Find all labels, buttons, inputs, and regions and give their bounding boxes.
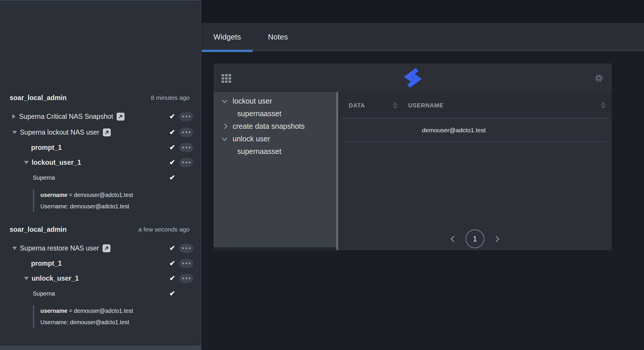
panel-scrollbar-track[interactable] [0, 346, 201, 350]
block-row[interactable]: prompt_1 ✔ [0, 256, 201, 271]
external-link-icon[interactable] [103, 128, 111, 136]
block-row[interactable]: prompt_1 ✔ [0, 140, 201, 155]
tree-item[interactable]: supernaasset [214, 107, 336, 120]
widget-tree-panel: lockout user supernaasset create data sn… [214, 92, 336, 250]
row-divider [343, 141, 607, 142]
chevron-down-icon[interactable] [222, 135, 227, 140]
app-row[interactable]: Superna ✔ [0, 170, 201, 185]
chevron-down-icon[interactable] [222, 97, 227, 103]
tree-item-label: lockout user [233, 97, 272, 105]
tree-item-label: unlock user [233, 135, 270, 143]
param-value: = demouser@adcto1.test [67, 308, 133, 314]
expander-expanded-icon[interactable] [24, 161, 29, 164]
block-label: prompt_1 [31, 144, 62, 152]
success-check-icon: ✔ [169, 274, 175, 282]
tree-item-label: supernaasset [237, 109, 281, 118]
previous-page-chevron-icon[interactable] [451, 236, 457, 242]
chevron-right-icon[interactable] [222, 123, 227, 129]
result-param-line: username = demouser@adcto1.test [40, 189, 201, 201]
result-param-line: username = demouser@adcto1.test [40, 305, 201, 317]
expander-collapsed-icon[interactable] [12, 114, 16, 119]
run-block: soar_local_admin a few seconds ago Super… [0, 224, 201, 328]
app-row[interactable]: Superna ✔ [0, 286, 201, 301]
run-user: soar_local_admin [10, 94, 67, 102]
row-menu-button[interactable] [179, 112, 193, 121]
block-label: prompt_1 [31, 260, 62, 267]
table-header-row: DATA USERNAME [338, 92, 612, 119]
external-link-icon[interactable] [103, 244, 110, 252]
app-label: Superna [33, 174, 55, 181]
execution-log-panel: soar_local_admin 8 minutes ago Superna C… [0, 0, 201, 350]
result-output-line: Username: demouser@adcto1.test [40, 317, 201, 328]
pagination: 1 [338, 229, 612, 248]
username-cell: demouser@adcto1.test [417, 119, 490, 142]
tree-item[interactable]: create data snapshots [214, 120, 336, 133]
block-row[interactable]: lockout_user_1 ✔ [0, 155, 201, 170]
column-header-data[interactable]: DATA [349, 102, 393, 109]
success-check-icon: ✔ [169, 289, 175, 298]
run-header: soar_local_admin a few seconds ago [0, 224, 201, 234]
tab-notes-label: Notes [268, 32, 288, 42]
tree-item[interactable]: supernaasset [214, 145, 336, 158]
expander-expanded-icon[interactable] [24, 277, 29, 280]
run-timestamp: 8 minutes ago [151, 94, 190, 101]
row-menu-button[interactable] [179, 143, 193, 152]
widget-settings-gear-icon[interactable] [594, 73, 604, 84]
run-user: soar_local_admin [10, 226, 67, 234]
expander-expanded-icon[interactable] [12, 247, 17, 250]
param-key: username [40, 308, 67, 314]
widget-header [214, 64, 612, 92]
widget-table: DATA USERNAME demouser@adcto1.test 1 [338, 92, 612, 250]
playbook-label: Superna restore NAS user [20, 244, 99, 252]
success-check-icon: ✔ [169, 244, 175, 252]
tab-bar: Widgets Notes [202, 23, 644, 51]
playbook-row[interactable]: Superna Critical NAS Snapshot ✔ [0, 109, 201, 124]
tab-notes[interactable]: Notes [253, 23, 303, 51]
tree-item[interactable]: lockout user [214, 95, 336, 107]
next-page-chevron-icon[interactable] [493, 236, 499, 242]
tree-item-label: supernaasset [237, 147, 281, 156]
playbook-row[interactable]: Superna lockout NAS user ✔ [0, 124, 201, 140]
tree-item[interactable]: unlock user [214, 133, 336, 145]
column-header-username[interactable]: USERNAME [408, 102, 444, 109]
result-detail-block: username = demouser@adcto1.test Username… [33, 189, 201, 212]
param-key: username [40, 192, 67, 198]
success-check-icon: ✔ [169, 174, 175, 182]
row-menu-button[interactable] [179, 274, 193, 283]
playbook-label: Superna lockout NAS user [20, 128, 99, 136]
run-timestamp: a few seconds ago [138, 226, 190, 233]
result-output-line: Username: demouser@adcto1.test [40, 201, 201, 212]
block-label: lockout_user_1 [32, 159, 81, 167]
success-check-icon: ✔ [169, 112, 175, 121]
tree-item-label: create data snapshots [233, 122, 305, 131]
tab-widgets-label: Widgets [214, 32, 241, 42]
row-menu-button[interactable] [179, 158, 193, 167]
table-row[interactable]: demouser@adcto1.test [338, 119, 612, 142]
row-menu-button[interactable] [179, 244, 193, 253]
block-label: unlock_user_1 [32, 274, 79, 282]
widget-card: lockout user supernaasset create data sn… [214, 64, 612, 250]
active-tab-underline [202, 50, 253, 52]
sort-arrows-icon[interactable] [393, 102, 398, 109]
param-value: = demouser@adcto1.test [67, 192, 133, 198]
success-check-icon: ✔ [169, 128, 175, 136]
grid-handle-icon[interactable] [222, 74, 231, 83]
row-menu-button[interactable] [179, 259, 193, 268]
run-block: soar_local_admin 8 minutes ago Superna C… [0, 93, 201, 212]
row-menu-button[interactable] [179, 128, 193, 137]
success-check-icon: ✔ [169, 143, 175, 152]
tree-scrollbar-track[interactable] [214, 247, 336, 250]
success-check-icon: ✔ [169, 158, 175, 167]
playbook-row[interactable]: Superna restore NAS user ✔ [0, 240, 201, 256]
tab-widgets[interactable]: Widgets [202, 23, 253, 51]
result-detail-block: username = demouser@adcto1.test Username… [33, 305, 201, 328]
success-check-icon: ✔ [169, 259, 175, 267]
external-link-icon[interactable] [117, 113, 125, 121]
sort-arrows-icon[interactable] [601, 102, 606, 109]
expander-expanded-icon[interactable] [12, 131, 17, 134]
current-page-button[interactable]: 1 [466, 229, 484, 248]
superna-logo-icon [404, 67, 422, 90]
block-row[interactable]: unlock_user_1 ✔ [0, 271, 201, 286]
app-label: Superna [33, 290, 55, 297]
playbook-label: Superna Critical NAS Snapshot [19, 113, 113, 121]
